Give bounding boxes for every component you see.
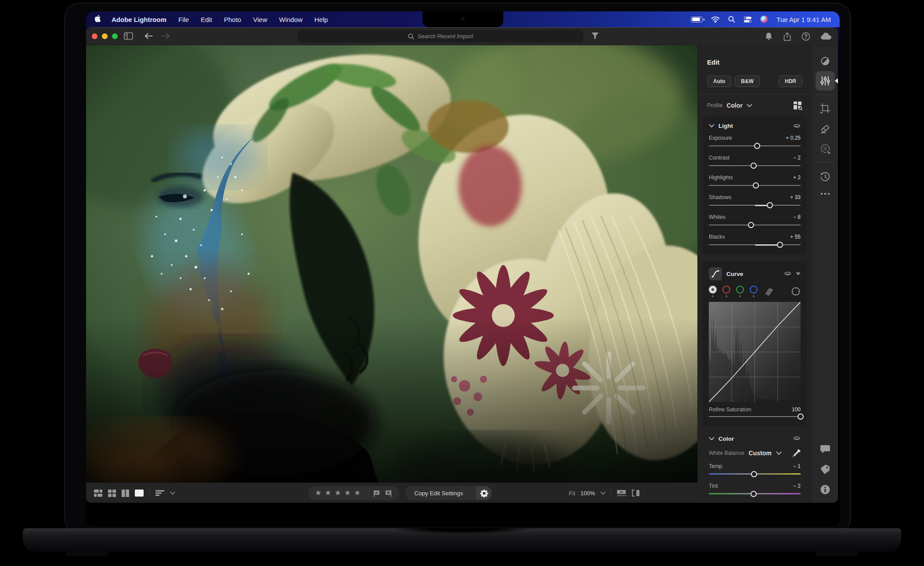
- chevron-down-icon[interactable]: [600, 491, 606, 495]
- chevron-down-icon[interactable]: [776, 451, 782, 455]
- battery-icon[interactable]: [691, 17, 703, 22]
- forward-icon[interactable]: [161, 32, 170, 40]
- sort-icon[interactable]: [155, 490, 164, 496]
- heal-icon[interactable]: [820, 123, 830, 134]
- hdr-button[interactable]: HDR: [779, 76, 802, 87]
- exposure-slider[interactable]: [709, 143, 801, 149]
- search-input[interactable]: Search Recent Import: [298, 30, 583, 42]
- flag-reject-icon[interactable]: [385, 490, 392, 497]
- siri-icon[interactable]: [760, 15, 768, 23]
- menu-view[interactable]: View: [253, 16, 267, 23]
- info-icon[interactable]: [820, 484, 830, 495]
- slider-value: + 0.25: [786, 135, 801, 141]
- channel-blue[interactable]: [750, 286, 758, 297]
- grid-square-icon[interactable]: [108, 490, 116, 497]
- channel-red[interactable]: [722, 286, 730, 297]
- grid-mosaic-icon[interactable]: [94, 490, 102, 497]
- profile-browser-icon[interactable]: [793, 101, 802, 110]
- contrast-slider[interactable]: [709, 163, 801, 169]
- compare-icon[interactable]: [122, 490, 129, 497]
- shadows-slider[interactable]: [709, 202, 801, 208]
- menu-file[interactable]: File: [178, 16, 189, 23]
- wifi-icon[interactable]: [711, 16, 720, 23]
- star-rating[interactable]: ★★★★★: [315, 486, 364, 500]
- highlights-slider[interactable]: [709, 182, 801, 189]
- zoom-button[interactable]: [112, 33, 118, 39]
- refine-saturation-slider[interactable]: [709, 414, 801, 420]
- menu-help[interactable]: Help: [314, 16, 328, 23]
- menu-photo[interactable]: Photo: [224, 16, 241, 23]
- divider: [816, 94, 834, 95]
- curve-section-title[interactable]: Curve: [726, 271, 743, 277]
- control-center-icon[interactable]: [744, 16, 752, 23]
- flag-pick-icon[interactable]: [373, 490, 380, 497]
- chevron-down-icon[interactable]: [709, 124, 715, 128]
- curve-icon[interactable]: [709, 267, 722, 280]
- mask-icon[interactable]: [819, 143, 831, 155]
- tone-curve-graph[interactable]: [709, 302, 801, 402]
- refine-saturation-icon[interactable]: [764, 287, 775, 296]
- zoom-fit-label[interactable]: Fit: [569, 490, 575, 497]
- edit-icon[interactable]: [816, 71, 835, 91]
- comments-icon[interactable]: [820, 445, 830, 454]
- chevron-down-icon[interactable]: [170, 491, 175, 495]
- channel-white[interactable]: [709, 286, 717, 297]
- blacks-slider[interactable]: [709, 242, 801, 248]
- eye-icon[interactable]: [793, 123, 801, 129]
- split-view-icon[interactable]: [632, 490, 640, 497]
- filter-icon[interactable]: [591, 32, 599, 40]
- stage: Adobe Lightroom File Edit Photo View Win…: [0, 0, 924, 566]
- color-section-title[interactable]: Color: [718, 435, 734, 442]
- temp-slider[interactable]: [709, 471, 801, 477]
- cloud-icon[interactable]: [820, 32, 832, 41]
- slider-label: Whites: [709, 214, 725, 220]
- window-body: ★★★★★ Copy Edit Settings: [86, 45, 838, 503]
- light-section: Light Exposure+ 0.25 Contrast− 2: [703, 116, 807, 255]
- crop-icon[interactable]: [820, 103, 830, 113]
- light-section-title[interactable]: Light: [718, 123, 733, 129]
- sidebar-toggle-icon[interactable]: [124, 32, 133, 40]
- chevron-down-icon[interactable]: [709, 437, 715, 441]
- filmstrip-icon[interactable]: [617, 490, 626, 497]
- minimize-button[interactable]: [102, 33, 108, 39]
- profile-value[interactable]: Color: [726, 102, 743, 109]
- chevron-down-icon[interactable]: [747, 104, 752, 108]
- copy-edit-settings-button[interactable]: Copy Edit Settings: [405, 490, 472, 497]
- menu-clock[interactable]: Tue Apr 1 9:41 AM: [776, 16, 831, 23]
- eye-icon[interactable]: [793, 436, 801, 441]
- bw-button[interactable]: B&W: [735, 76, 760, 87]
- more-icon[interactable]: [820, 192, 830, 195]
- keywords-icon[interactable]: [820, 464, 830, 475]
- slider-tint: Tint− 2: [709, 483, 801, 497]
- copy-settings-pill: Copy Edit Settings: [405, 486, 492, 500]
- help-icon[interactable]: [801, 32, 810, 41]
- eye-icon[interactable]: [784, 271, 791, 276]
- slider-label: Highlights: [709, 174, 733, 181]
- slider-label: Contrast: [709, 155, 729, 161]
- slider-label: Blacks: [709, 234, 725, 240]
- menu-window[interactable]: Window: [279, 16, 302, 23]
- versions-icon[interactable]: [820, 172, 830, 182]
- spotlight-icon[interactable]: [728, 16, 735, 23]
- detail-view-icon[interactable]: [135, 490, 144, 497]
- eyedropper-icon[interactable]: [792, 449, 801, 457]
- targeted-adjustment-icon[interactable]: [791, 287, 801, 296]
- auto-button[interactable]: Auto: [707, 76, 731, 87]
- presets-icon[interactable]: [820, 56, 830, 66]
- photo-canvas[interactable]: [86, 45, 697, 483]
- menu-edit[interactable]: Edit: [201, 16, 212, 23]
- tint-slider[interactable]: [709, 491, 801, 497]
- whites-slider[interactable]: [709, 222, 801, 228]
- channel-green[interactable]: [736, 286, 744, 297]
- close-button[interactable]: [92, 33, 97, 39]
- apple-menu[interactable]: [95, 15, 102, 24]
- collapse-arrow-icon[interactable]: [796, 272, 801, 276]
- bell-icon[interactable]: [765, 32, 773, 41]
- white-balance-value[interactable]: Custom: [749, 450, 772, 457]
- back-icon[interactable]: [144, 32, 154, 40]
- refine-saturation-value: 100: [792, 406, 801, 413]
- menu-app-name[interactable]: Adobe Lightroom: [112, 16, 166, 23]
- gear-icon[interactable]: [476, 486, 492, 500]
- zoom-level[interactable]: 100%: [581, 490, 595, 497]
- share-icon[interactable]: [783, 32, 791, 41]
